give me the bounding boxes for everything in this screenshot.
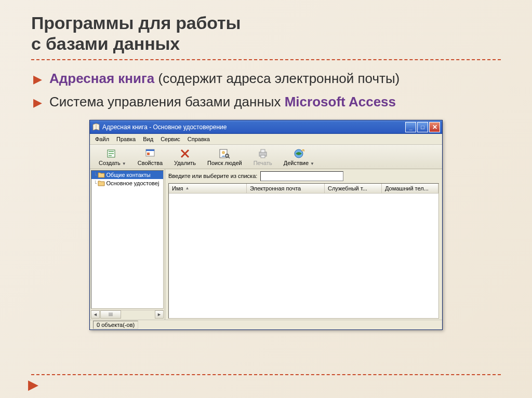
folder-icon xyxy=(98,180,105,186)
menu-view[interactable]: Вид xyxy=(140,135,156,143)
window-controls: _ □ ✕ xyxy=(405,122,440,132)
scroll-track[interactable] xyxy=(121,310,155,319)
delete-icon xyxy=(179,148,191,159)
bullet-arrow-icon: ▶ xyxy=(33,72,42,87)
column-work-phone[interactable]: Служебный т... xyxy=(325,184,382,193)
bullet-2-emph: Microsoft Access xyxy=(285,94,396,109)
menu-tools[interactable]: Сервис xyxy=(157,135,183,143)
address-book-window: Адресная книга - Основное удостоверение … xyxy=(89,120,443,330)
list-header: Имя▲ Электронная почта Служебный т... До… xyxy=(169,184,438,194)
column-email[interactable]: Электронная почта xyxy=(247,184,325,193)
find-label: Поиск людей xyxy=(207,160,242,166)
menu-help[interactable]: Справка xyxy=(184,135,213,143)
window-title: Адресная книга - Основное удостоверение xyxy=(102,123,405,131)
status-bar: 0 объекта(-ов) xyxy=(90,320,442,330)
tree-item-main[interactable]: └ Основное удостовеј xyxy=(91,179,163,187)
print-icon xyxy=(257,148,269,159)
footer-divider xyxy=(31,374,501,375)
bullet-list: ▶ Адресная книга (содержит адреса электр… xyxy=(31,70,501,111)
search-input[interactable] xyxy=(260,171,343,181)
title-divider xyxy=(31,59,501,60)
toolbar: Создать▼ Свойства Удалить Поиск людей Пе… xyxy=(90,145,442,169)
find-people-icon xyxy=(219,148,230,159)
action-button[interactable]: Действие▼ xyxy=(279,146,319,168)
delete-label: Удалить xyxy=(174,160,196,166)
tree-shared-label: Общие контакты xyxy=(106,172,150,178)
column-home-phone[interactable]: Домашний тел... xyxy=(382,184,438,193)
chevron-down-icon: ▼ xyxy=(122,161,126,166)
svg-rect-6 xyxy=(147,153,150,155)
bullet-2-prefix: Система управления базами данных xyxy=(49,94,285,109)
scroll-left-button[interactable]: ◄ xyxy=(91,310,100,319)
contact-list[interactable]: Имя▲ Электронная почта Служебный т... До… xyxy=(168,183,439,319)
address-book-icon xyxy=(92,123,100,131)
properties-label: Свойства xyxy=(138,160,163,166)
scroll-thumb[interactable] xyxy=(100,310,121,319)
bullet-1-rest: (содержит адреса электронной почты) xyxy=(154,71,400,86)
title-line-2: с базами данных xyxy=(31,34,180,53)
menu-file[interactable]: Файл xyxy=(92,135,112,143)
content-area: └ Общие контакты └ Основное удостовеј ◄ xyxy=(90,169,442,320)
folder-icon xyxy=(98,172,105,178)
find-people-button[interactable]: Поиск людей xyxy=(203,146,247,168)
action-label: Действие xyxy=(284,160,309,166)
tree-pane: └ Общие контакты └ Основное удостовеј ◄ xyxy=(90,169,165,320)
tree-item-shared[interactable]: └ Общие контакты xyxy=(91,171,163,179)
bullet-1-emph: Адресная книга xyxy=(49,71,154,86)
create-button[interactable]: Создать▼ xyxy=(94,146,131,168)
svg-rect-1 xyxy=(109,151,114,152)
search-label: Введите или выберите из списка: xyxy=(168,173,257,179)
properties-button[interactable]: Свойства xyxy=(133,146,167,168)
title-line-1: Программы для работы xyxy=(31,13,241,33)
delete-button[interactable]: Удалить xyxy=(169,146,201,168)
svg-rect-3 xyxy=(109,155,112,156)
bullet-item-1: ▶ Адресная книга (содержит адреса электр… xyxy=(33,70,501,87)
create-label: Создать xyxy=(99,160,121,166)
svg-point-8 xyxy=(222,151,225,154)
tree-main-label: Основное удостовеј xyxy=(106,180,159,186)
svg-rect-5 xyxy=(146,149,154,151)
slide-title: Программы для работы с базами данных xyxy=(31,12,501,54)
svg-rect-12 xyxy=(261,155,265,158)
properties-icon xyxy=(144,148,156,159)
svg-rect-2 xyxy=(109,153,114,154)
svg-rect-11 xyxy=(261,149,265,153)
print-button[interactable]: Печать xyxy=(249,146,277,168)
new-contact-icon xyxy=(107,148,118,159)
contact-tree[interactable]: └ Общие контакты └ Основное удостовеј xyxy=(91,170,164,309)
chevron-down-icon: ▼ xyxy=(310,161,314,166)
status-count: 0 объекта(-ов) xyxy=(93,321,138,329)
menu-edit[interactable]: Правка xyxy=(113,135,139,143)
horizontal-scrollbar[interactable]: ◄ ► xyxy=(91,310,164,319)
scroll-right-button[interactable]: ► xyxy=(155,310,164,319)
titlebar[interactable]: Адресная книга - Основное удостоверение … xyxy=(90,120,442,134)
print-label: Печать xyxy=(254,160,272,166)
action-icon xyxy=(293,148,304,159)
sort-asc-icon: ▲ xyxy=(185,186,189,190)
tree-junction-icon: └ xyxy=(94,181,97,186)
bullet-item-2: ▶ Система управления базами данных Micro… xyxy=(33,93,501,111)
menu-bar: Файл Правка Вид Сервис Справка xyxy=(90,134,442,145)
list-body[interactable] xyxy=(169,194,438,318)
column-name[interactable]: Имя▲ xyxy=(169,184,247,193)
tree-junction-icon: └ xyxy=(94,172,97,177)
search-row: Введите или выберите из списка: xyxy=(168,171,439,181)
maximize-button[interactable]: □ xyxy=(417,122,428,132)
main-pane: Введите или выберите из списка: Имя▲ Эле… xyxy=(165,169,442,320)
bullet-arrow-icon: ▶ xyxy=(33,95,42,110)
close-button[interactable]: ✕ xyxy=(429,122,440,132)
minimize-button[interactable]: _ xyxy=(405,122,416,132)
slide-marker-icon: ▶ xyxy=(28,377,38,393)
